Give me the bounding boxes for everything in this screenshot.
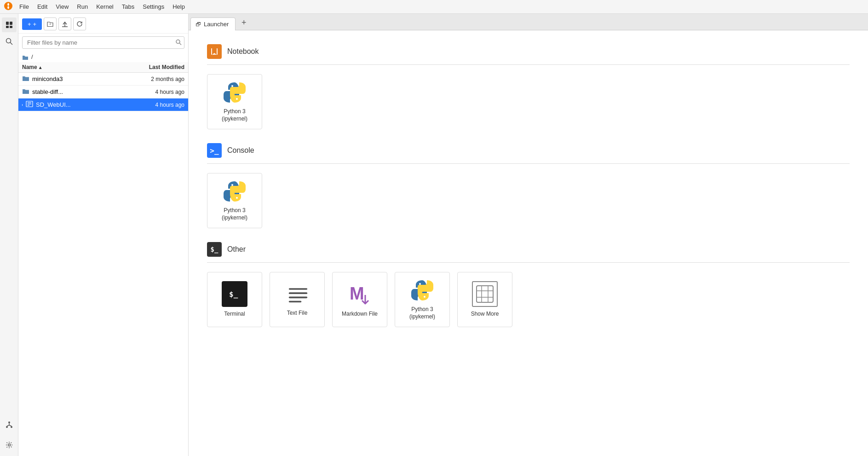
terminal-card[interactable]: $_ Terminal xyxy=(207,272,262,327)
file-toolbar: + + + xyxy=(18,14,188,34)
column-name[interactable]: Name ▲ xyxy=(22,64,125,70)
svg-point-9 xyxy=(11,426,12,428)
file-row[interactable]: miniconda3 2 months ago xyxy=(18,73,188,86)
notebook-divider xyxy=(207,64,850,65)
file-browser-panel: + + + xyxy=(18,14,189,456)
text-file-card-label: Text File xyxy=(287,310,308,317)
sidebar-git-icon[interactable] xyxy=(2,417,17,432)
text-file-card[interactable]: Text File xyxy=(270,272,325,327)
file-modified: 2 months ago xyxy=(125,76,184,82)
plus-icon: + xyxy=(28,21,31,28)
sidebar-settings-icon[interactable] xyxy=(2,438,17,452)
notebook-python3-card[interactable]: Python 3 (ipykernel) xyxy=(207,74,262,129)
breadcrumb-path: / xyxy=(31,53,33,60)
notebook-icon xyxy=(26,101,33,109)
menu-view[interactable]: View xyxy=(52,2,72,12)
launcher-tab[interactable]: 🗗 Launcher xyxy=(190,17,236,30)
column-last-modified[interactable]: Last Modified xyxy=(125,64,184,70)
sidebar-search-icon[interactable] xyxy=(2,34,17,49)
file-name: miniconda3 xyxy=(32,75,63,82)
markdown-icon: M xyxy=(347,281,373,307)
show-more-icon xyxy=(472,281,498,307)
notebook-section-title: Notebook xyxy=(227,47,259,56)
show-more-card-label: Show More xyxy=(471,311,499,318)
console-section-icon: >_ xyxy=(207,143,222,158)
terminal-card-label: Terminal xyxy=(224,311,245,318)
other-section-icon: $_ xyxy=(207,242,222,257)
text-file-icon xyxy=(285,282,309,306)
svg-point-8 xyxy=(6,426,8,428)
menu-run[interactable]: Run xyxy=(73,2,92,12)
svg-point-13 xyxy=(8,444,10,446)
svg-line-12 xyxy=(9,425,11,426)
svg-point-7 xyxy=(8,421,10,423)
file-modified: 4 hours ago xyxy=(125,89,184,95)
folder-icon xyxy=(22,88,29,96)
notebook-cards-row: Python 3 (ipykernel) xyxy=(207,74,850,129)
markdown-card-label: Markdown File xyxy=(342,311,378,318)
svg-rect-2 xyxy=(10,22,12,25)
upload-button[interactable] xyxy=(58,17,71,30)
file-row-selected[interactable]: ● SD_WebUI... 4 hours ago xyxy=(18,98,188,111)
markdown-card[interactable]: M Markdown File xyxy=(332,272,387,327)
file-table: Name ▲ Last Modified miniconda3 xyxy=(18,62,188,456)
file-row[interactable]: stable-diff... 4 hours ago xyxy=(18,86,188,98)
tab-label: Launcher xyxy=(204,21,229,28)
svg-point-25 xyxy=(231,85,233,87)
svg-line-6 xyxy=(10,42,12,45)
svg-line-11 xyxy=(7,425,9,426)
notebook-section-icon xyxy=(207,44,222,59)
svg-point-38 xyxy=(424,296,425,298)
file-modified: 4 hours ago xyxy=(125,102,184,108)
notebook-card-label: Python 3 (ipykernel) xyxy=(212,108,257,122)
refresh-button[interactable] xyxy=(73,17,86,30)
app-logo xyxy=(4,1,13,12)
selected-indicator: ● xyxy=(22,102,23,107)
tab-bar: 🗗 Launcher + xyxy=(189,14,868,30)
svg-rect-1 xyxy=(6,22,9,25)
menu-tabs[interactable]: Tabs xyxy=(118,2,138,12)
menu-kernel[interactable]: Kernel xyxy=(92,2,117,12)
menubar: File Edit View Run Kernel Tabs Settings … xyxy=(0,0,868,14)
launcher-content: Notebook xyxy=(189,30,868,355)
sidebar-files-icon[interactable] xyxy=(2,17,17,32)
svg-text:+: + xyxy=(49,22,52,26)
file-name: stable-diff... xyxy=(32,88,63,95)
console-cards-row: Python 3 (ipykernel) xyxy=(207,173,850,228)
breadcrumb: / xyxy=(18,52,188,62)
menu-file[interactable]: File xyxy=(16,2,33,12)
search-input[interactable] xyxy=(22,36,184,49)
console-section-header: >_ Console xyxy=(207,143,850,158)
console-divider xyxy=(207,163,850,164)
python-logo-icon xyxy=(223,81,247,104)
add-tab-button[interactable]: + xyxy=(237,16,250,29)
console-python3-card[interactable]: Python 3 (ipykernel) xyxy=(207,173,262,228)
other-cards-row: $_ Terminal xyxy=(207,272,850,327)
other-section-header: $_ Other xyxy=(207,242,850,257)
menu-settings[interactable]: Settings xyxy=(139,2,168,12)
file-name: SD_WebUI... xyxy=(36,101,71,108)
svg-rect-39 xyxy=(477,286,493,302)
folder-icon xyxy=(22,75,29,83)
notebook-section-header: Notebook xyxy=(207,44,850,59)
svg-rect-4 xyxy=(10,26,12,28)
console-card-label: Python 3 (ipykernel) xyxy=(212,207,257,221)
other-section-title: Other xyxy=(227,245,246,254)
svg-point-27 xyxy=(231,184,233,186)
python3-other-card[interactable]: Python 3 (ipykernel) xyxy=(395,272,450,327)
search-button[interactable] xyxy=(175,39,182,46)
new-button-label: + xyxy=(33,21,37,28)
python-logo-icon-other xyxy=(410,278,434,302)
other-divider xyxy=(207,262,850,263)
svg-text:$_: $_ xyxy=(229,290,238,299)
file-header: Name ▲ Last Modified xyxy=(18,62,188,73)
svg-point-26 xyxy=(236,98,238,100)
svg-point-37 xyxy=(419,283,421,285)
menu-edit[interactable]: Edit xyxy=(34,2,51,12)
show-more-card[interactable]: Show More xyxy=(457,272,512,327)
menu-help[interactable]: Help xyxy=(169,2,189,12)
new-folder-button[interactable]: + xyxy=(44,17,57,30)
content-area: Notebook xyxy=(189,30,868,456)
search-box xyxy=(22,36,184,49)
new-launcher-button[interactable]: + + xyxy=(22,18,42,30)
